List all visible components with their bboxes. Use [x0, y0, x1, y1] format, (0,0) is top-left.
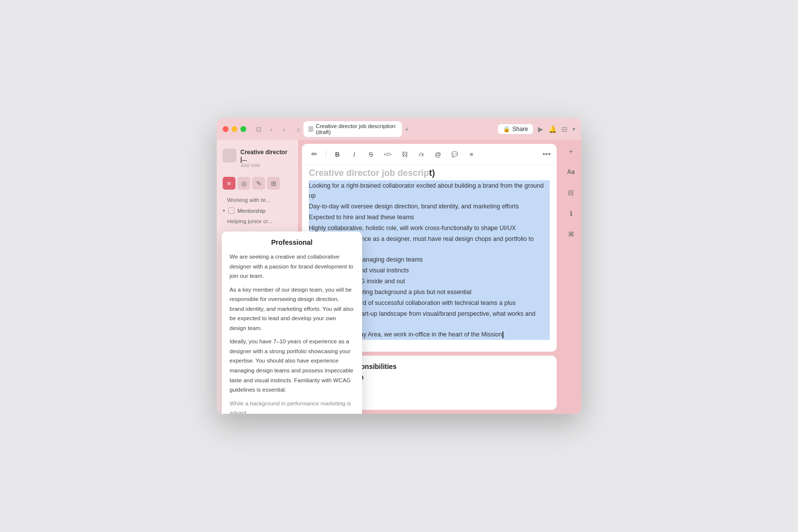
notification-title: Creative director j...: [240, 149, 292, 163]
add-button[interactable]: +: [564, 144, 578, 159]
code-button[interactable]: </>: [381, 148, 394, 161]
new-tab-button[interactable]: +: [405, 125, 409, 133]
group-checkbox[interactable]: [228, 207, 234, 214]
tab-bar: ⌂ Creative director job description (dra…: [297, 121, 490, 137]
sidebar-item-working[interactable]: · Working with te...: [217, 195, 298, 205]
popup-para-4: While a background in performance market…: [230, 399, 354, 414]
notification-text: Creative director j... Just now: [240, 149, 292, 168]
home-icon[interactable]: ⌂: [297, 126, 300, 133]
sidebar-item-helping[interactable]: · Helping junior cr...: [217, 216, 298, 227]
bold-button[interactable]: B: [331, 148, 344, 161]
sidebar-toggle-icon[interactable]: ⊡: [254, 125, 263, 133]
text-format-button[interactable]: Aa: [564, 165, 578, 179]
table-button[interactable]: ⊟: [564, 185, 578, 200]
close-button[interactable]: [223, 126, 229, 132]
popup-para-1: We are seeking a creative and collaborat…: [230, 252, 354, 281]
math-button[interactable]: √x: [415, 148, 428, 161]
popup-card: Professional We are seeking a creative a…: [222, 232, 362, 414]
title-suffix: t): [429, 168, 435, 178]
active-tab[interactable]: Creative director job description (draft…: [303, 121, 402, 137]
grid-tool[interactable]: ⊞: [267, 177, 280, 190]
notification-icon: [223, 149, 236, 163]
sidebar-item-label: Helping junior cr...: [227, 218, 272, 224]
info-button[interactable]: ℹ: [564, 206, 578, 221]
italic-button[interactable]: I: [348, 148, 361, 161]
sidebar-notification[interactable]: Creative director j... Just now: [217, 145, 298, 172]
popup-para-2: As a key member of our design team, you …: [230, 285, 354, 333]
group-label: Mentorship: [237, 208, 266, 214]
share-button[interactable]: 🔒 Share: [498, 124, 533, 134]
play-icon[interactable]: ▶: [538, 125, 543, 133]
link-button[interactable]: ⛓: [398, 148, 411, 161]
sidebar-item-label: Working with te...: [227, 197, 270, 203]
mention-button[interactable]: @: [432, 148, 444, 161]
list-tool[interactable]: ≡: [223, 177, 235, 190]
forward-icon[interactable]: ›: [280, 125, 289, 133]
editor-line-3: Expected to hire and lead these teams: [309, 212, 550, 223]
item-icon: ·: [223, 218, 224, 224]
popup-para-3: Ideally, you have 7–10 years of experien…: [230, 337, 354, 395]
editor-title: Creative director job descript): [302, 165, 557, 180]
sidebar-group-mentorship[interactable]: ▾ Mentorship: [217, 205, 298, 216]
comment-button[interactable]: 💬: [448, 148, 461, 161]
traffic-lights: [223, 126, 246, 132]
notification-time: Just now: [240, 163, 292, 168]
item-icon: ·: [223, 197, 224, 203]
toolbar-divider: [326, 150, 326, 158]
tab-favicon: [308, 126, 313, 132]
right-panel: + Aa ⊟ ℹ ⌘: [561, 140, 581, 414]
chevron-down-icon[interactable]: ▾: [572, 126, 575, 133]
minimize-button[interactable]: [232, 126, 237, 132]
popup-title: Professional: [230, 238, 354, 246]
editor-line-2: Day-to-day will oversee design direction…: [309, 201, 550, 212]
editor-toolbar: ✏ B I S </> ⛓ √x @ 💬 ≡ •••: [302, 144, 557, 165]
more-options-button[interactable]: •••: [542, 150, 551, 159]
notifications-icon[interactable]: 🔔: [548, 125, 557, 133]
back-icon[interactable]: ‹: [267, 125, 276, 133]
edit-tool[interactable]: ✎: [252, 177, 265, 190]
maximize-button[interactable]: [240, 126, 246, 132]
split-view-icon[interactable]: ⊟: [562, 125, 567, 133]
expand-icon: ▾: [223, 208, 225, 213]
editor-line-1: Looking for a right-brained collaborator…: [309, 180, 550, 201]
command-button[interactable]: ⌘: [564, 227, 578, 241]
sidebar-toolbar: ≡ ◎ ✎ ⊞: [217, 174, 298, 193]
text-cursor: [502, 332, 506, 338]
list-button[interactable]: ≡: [465, 148, 478, 161]
lock-icon: 🔒: [503, 126, 510, 133]
strikethrough-button[interactable]: S: [365, 148, 377, 161]
pen-tool-button[interactable]: ✏: [308, 148, 321, 161]
search-tool[interactable]: ◎: [237, 177, 250, 190]
browser-window: ⊡ ‹ › ⌂ Creative director job descriptio…: [217, 118, 581, 414]
tab-label: Creative director job description (draft…: [316, 123, 397, 135]
popup-body: We are seeking a creative and collaborat…: [230, 252, 354, 414]
title-bar: ⊡ ‹ › ⌂ Creative director job descriptio…: [217, 118, 581, 140]
title-bar-right: 🔒 Share ▶ 🔔 ⊟ ▾: [498, 124, 575, 134]
title-prefix: Creative director job descrip: [309, 168, 429, 178]
share-label: Share: [512, 126, 528, 133]
